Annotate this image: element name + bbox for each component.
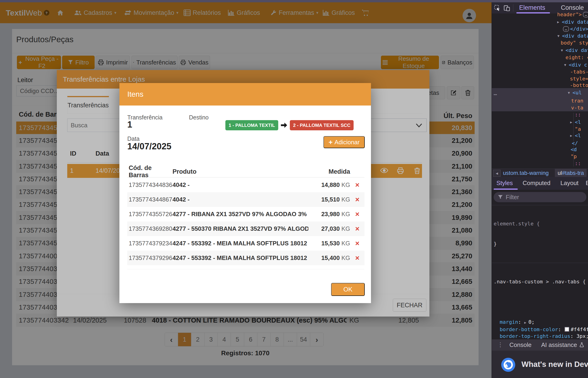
screenshot-root: TextilWeb ? Cadastros ▾ Movimentação ▾ <box>0 0 588 378</box>
css-rule-element-style[interactable]: element.style { } <box>492 205 588 263</box>
tab-event-listeners[interactable]: Event Listeners <box>586 179 588 187</box>
dom-node-line[interactable]: ▼ <div dat <box>561 47 588 54</box>
dom-node-line[interactable]: -botto <box>570 82 588 89</box>
items-modal-title: Itens <box>127 90 143 99</box>
items-table: Cód. de Barras Produto Medida 1735774344… <box>127 166 364 265</box>
tree-arrow-icon[interactable]: ▼ <box>568 89 573 96</box>
inline-ellipsis-badge[interactable]: … <box>583 12 588 17</box>
measure-cell: 14,880 KG <box>308 181 350 189</box>
dom-node-line[interactable]: ▼ <div c <box>564 61 587 68</box>
banner-text: What's new in DevTools <box>521 360 588 369</box>
dom-node-line[interactable]: body" sty <box>561 40 588 46</box>
breadcrumb-back-icon[interactable]: ◀ <box>493 170 501 177</box>
remove-item-button[interactable]: × <box>350 239 364 248</box>
tree-arrow-icon[interactable]: ▼ <box>564 61 569 68</box>
styles-pane: element.style { } .nav-tabs-custom > .na… <box>492 205 588 339</box>
dom-node-line[interactable]: :: <box>575 111 581 118</box>
browser-page: TextilWeb ? Cadastros ▾ Movimentação ▾ <box>0 2 492 378</box>
more-options-icon[interactable]: ⋮ <box>497 341 503 348</box>
item-row: 1735774379234 4247 - 553392 - MEIA MALHA… <box>127 236 364 251</box>
chrome-icon <box>501 357 516 373</box>
drawer-tab-ai-assistance[interactable]: AI assistance <box>541 341 585 349</box>
device-toolbar-icon[interactable] <box>503 5 510 12</box>
breadcrumb-item-selected[interactable]: ul#tabs-tra <box>555 169 587 177</box>
product-cell: 4247 - 553392 - MEIA MALHA SOFTPLUS 1801… <box>173 254 308 262</box>
dom-node-line[interactable]: ▼ <div data <box>557 32 588 40</box>
item-row: 1735774355726 4277 - RIBANA 2X1 3527VD 9… <box>127 207 364 221</box>
add-item-button[interactable]: + Adicionar <box>323 136 365 148</box>
dom-node-line[interactable]: … </div> <box>562 26 588 32</box>
styles-filter-input[interactable]: Filter <box>494 192 586 202</box>
remove-item-button[interactable]: × <box>350 254 364 262</box>
dom-node-line[interactable]: ▶ <l <box>570 119 581 126</box>
ok-button[interactable]: OK <box>331 283 365 296</box>
dom-node-line[interactable]: "p <box>571 153 577 160</box>
styles-filter-row: Filter <box>492 190 588 205</box>
remove-item-button[interactable]: × <box>350 181 364 189</box>
dom-node-line[interactable]: v-ta <box>571 104 583 111</box>
dom-node-line[interactable]: :: <box>575 160 581 167</box>
dom-node-line[interactable]: ▶ <l <box>570 132 581 139</box>
node-options-dots[interactable]: … <box>494 90 497 96</box>
remove-item-button[interactable]: × <box>350 195 364 204</box>
whats-new-banner[interactable]: What's new in DevTools <box>492 351 588 378</box>
measure-cell: 23,980 KG <box>308 211 350 218</box>
devtools-panel: Elements Console … header"> … ▶ <di <box>492 2 588 378</box>
dom-node-line[interactable]: eight: 4 <box>565 54 588 61</box>
dom-node-line[interactable]: <d <box>571 146 577 153</box>
toolbar-separator <box>513 4 513 12</box>
date-value: 14/07/2025 <box>127 141 171 151</box>
dom-node-line[interactable]: tran <box>571 97 583 104</box>
destination-badges: 1 - PALLOMA TEXTIL 2 - PALLOMA TEXTIL SC… <box>225 120 354 130</box>
bar-code-cell: 1735774355726 <box>127 211 173 218</box>
remove-item-button[interactable]: × <box>350 225 364 233</box>
remove-item-button[interactable]: × <box>350 210 364 218</box>
inspect-icon[interactable] <box>494 5 501 12</box>
dom-node-line[interactable]: -tabs- <box>570 68 588 75</box>
items-table-body: 1735774344836 4042 - 14,880 KG × 1735774… <box>127 178 364 265</box>
item-row: 1735774344836 4042 - 14,880 KG × <box>127 178 364 192</box>
inline-ellipsis-badge[interactable]: … <box>563 26 569 32</box>
item-row: 1735774369280 4277 - 550370 RIBANA 2X1 3… <box>127 221 364 236</box>
devtools-drawer: ⋮ Console AI assistance <box>492 339 588 351</box>
breadcrumb-item[interactable]: ustom.tab-warning <box>503 170 548 176</box>
origin-store-badge: 1 - PALLOMA TEXTIL <box>225 120 278 130</box>
tree-arrow-icon[interactable]: ▶ <box>570 119 575 126</box>
transfer-label: Transferência <box>127 114 162 121</box>
bar-code-cell: 1735774344836 <box>127 181 173 189</box>
tab-console[interactable]: Console <box>561 4 584 11</box>
dom-node-line[interactable]: ▶ <div data <box>557 19 588 26</box>
tab-elements[interactable]: Elements <box>519 4 545 11</box>
bar-code-cell: 1735774379296 <box>127 254 173 262</box>
tree-arrow-icon[interactable]: ▶ <box>570 132 575 139</box>
item-row: 1735774379296 4247 - 553392 - MEIA MALHA… <box>127 251 364 265</box>
tab-styles[interactable]: Styles <box>496 179 513 187</box>
flask-icon <box>579 342 585 348</box>
measure-cell: 27,030 KG <box>308 225 350 232</box>
color-swatch[interactable] <box>565 327 569 332</box>
destination-store-badge: 2 - PALLOMA TEXTIL SCC <box>290 120 354 130</box>
bar-code-cell: 1735774379234 <box>127 240 173 247</box>
css-property[interactable]: margin: ▶ 0; <box>494 319 588 326</box>
dom-node-line[interactable]: "a <box>575 126 581 133</box>
tree-arrow-icon[interactable]: ▼ <box>557 32 562 40</box>
css-rule-nav-tabs-custom[interactable]: .nav-tabs-custom > .nav-tabs { margin: ▶… <box>492 263 588 339</box>
css-property[interactable]: border-bottom-color: #f4f4f4 <box>494 326 588 333</box>
date-label: Data <box>127 135 140 142</box>
item-row: 1735774344867 4042 - 15,510 KG × <box>127 192 364 207</box>
tree-arrow-icon[interactable]: ▶ <box>557 19 562 26</box>
css-property[interactable]: border-top-right-radius: 3px; <box>494 333 588 339</box>
dom-node-line[interactable]: ▼ <ul <box>568 89 582 96</box>
column-header-product: Produto <box>173 168 308 175</box>
dom-node-line[interactable]: style= <box>570 75 588 82</box>
tab-layout[interactable]: Layout <box>561 179 578 187</box>
dom-node-line[interactable]: </ <box>572 140 578 147</box>
drawer-tab-console[interactable]: Console <box>509 341 531 349</box>
bar-code-cell: 1735774344867 <box>127 196 173 203</box>
measure-cell: 15,510 KG <box>308 196 350 203</box>
tree-arrow-icon[interactable]: ▼ <box>561 47 565 54</box>
dom-node-line[interactable]: header"> … <box>557 11 588 18</box>
tab-computed[interactable]: Computed <box>523 179 550 187</box>
arrow-right-icon <box>281 122 288 129</box>
product-cell: 4277 - 550370 RIBANA 2X1 3527VD 97% ALGO… <box>173 225 308 232</box>
